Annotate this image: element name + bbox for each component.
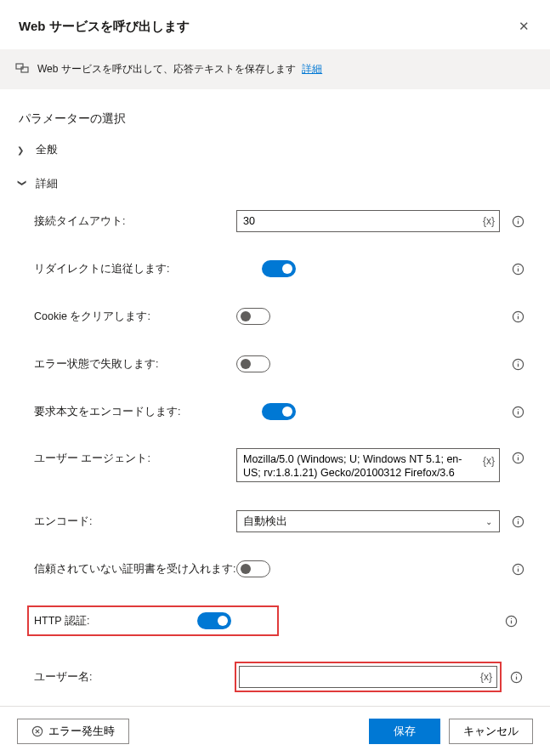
encode-body-label: 要求本文をエンコードします: [34, 405, 262, 419]
username-highlight: {x} [235, 662, 502, 692]
on-error-label: エラー発生時 [48, 724, 115, 739]
section-title: パラメーターの選択 [19, 111, 531, 127]
info-icon[interactable] [512, 263, 524, 276]
info-bar-link[interactable]: 詳細 [302, 63, 322, 75]
svg-point-22 [518, 518, 519, 519]
svg-point-4 [518, 218, 519, 219]
chevron-down-icon: ❯ [18, 179, 27, 189]
save-button[interactable]: 保存 [369, 719, 440, 744]
dialog-title: Web サービスを呼び出します [19, 19, 190, 35]
expander-general-label: 全般 [36, 142, 58, 157]
info-icon[interactable] [512, 406, 524, 418]
encode-body-toggle[interactable] [262, 403, 296, 420]
info-bar-text: Web サービスを呼び出して、応答テキストを保存します [37, 63, 296, 75]
username-label: ユーザー名: [34, 670, 235, 685]
on-error-button[interactable]: エラー発生時 [17, 719, 129, 744]
username-input[interactable] [239, 666, 497, 688]
info-icon[interactable] [512, 215, 524, 228]
svg-point-13 [518, 361, 519, 361]
timeout-label: 接続タイムアウト: [34, 214, 236, 229]
follow-redirect-toggle[interactable] [262, 260, 296, 277]
user-agent-input[interactable]: Mozilla/5.0 (Windows; U; Windows NT 5.1;… [236, 448, 500, 482]
follow-redirect-label: リダイレクトに追従します: [34, 262, 262, 276]
web-service-icon [15, 61, 29, 77]
info-icon[interactable] [510, 671, 523, 684]
close-icon[interactable]: ✕ [515, 15, 533, 37]
info-icon[interactable] [512, 515, 524, 528]
chevron-down-icon: ⌄ [485, 517, 492, 526]
info-icon[interactable] [512, 563, 524, 576]
clear-cookies-toggle[interactable] [236, 308, 270, 325]
variable-token-icon[interactable]: {x} [483, 215, 495, 227]
svg-point-31 [516, 674, 517, 674]
svg-rect-1 [21, 67, 28, 72]
clear-cookies-label: Cookie をクリアします: [34, 310, 236, 324]
info-icon[interactable] [512, 448, 524, 464]
user-agent-label: ユーザー エージェント: [34, 448, 236, 466]
svg-rect-0 [16, 64, 23, 69]
variable-token-icon[interactable]: {x} [483, 455, 495, 467]
expander-general[interactable]: ❯ 全般 [17, 142, 531, 157]
svg-point-25 [518, 566, 519, 566]
svg-point-28 [511, 617, 512, 618]
encoding-select-value: 自動検出 [243, 514, 287, 529]
cancel-button[interactable]: キャンセル [449, 719, 533, 744]
http-auth-highlight: HTTP 認証: [27, 605, 279, 636]
http-auth-label: HTTP 認証: [34, 614, 197, 628]
svg-point-10 [518, 313, 519, 314]
encoding-select[interactable]: 自動検出 ⌄ [236, 510, 500, 532]
info-bar: Web サービスを呼び出して、応答テキストを保存します 詳細 [0, 49, 550, 89]
accept-untrusted-toggle[interactable] [236, 560, 270, 577]
variable-token-icon[interactable]: {x} [480, 671, 492, 683]
svg-point-16 [518, 408, 519, 409]
error-icon [31, 725, 43, 737]
fail-on-error-label: エラー状態で失敗します: [34, 357, 236, 372]
encoding-label: エンコード: [34, 514, 236, 529]
info-icon[interactable] [505, 615, 518, 628]
fail-on-error-toggle[interactable] [236, 355, 270, 372]
http-auth-toggle[interactable] [197, 612, 231, 629]
accept-untrusted-label: 信頼されていない証明書を受け入れます: [34, 562, 236, 577]
expander-advanced[interactable]: ❯ 詳細 [17, 176, 531, 191]
expander-advanced-label: 詳細 [36, 176, 58, 191]
svg-point-7 [518, 265, 519, 266]
svg-point-19 [518, 455, 519, 456]
timeout-input[interactable] [236, 210, 500, 232]
chevron-right-icon: ❯ [17, 145, 27, 155]
info-icon[interactable] [512, 358, 524, 371]
info-icon[interactable] [512, 310, 524, 323]
